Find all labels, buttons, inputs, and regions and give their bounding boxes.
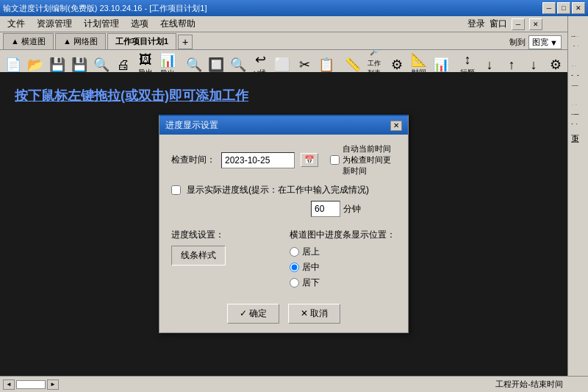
tab-add-button[interactable]: + — [178, 35, 193, 49]
sidebar-subtask[interactable]: 子工作 — [569, 46, 588, 56]
export-img-icon: 🖼 — [139, 51, 152, 68]
tab-gantt[interactable]: ▲ 横道图 — [3, 33, 54, 49]
selectall-icon: ⬜ — [274, 57, 290, 73]
sidebar-image[interactable]: 图片 — [569, 105, 588, 114]
sidebar-edit[interactable]: 修改 — [569, 27, 588, 36]
length-icon: 📏 — [345, 57, 361, 73]
settings-icon: ⚙ — [391, 57, 403, 73]
print-icon: 🖨 — [117, 57, 130, 73]
dialog-columns: 进度线设置： 线条样式 横道图中进度条显示位置： 居上 居中 — [171, 229, 396, 289]
position-bottom-label: 居下 — [302, 277, 320, 289]
scroll-right-btn[interactable]: ► — [47, 379, 59, 390]
saveas-icon: 💾 — [71, 57, 87, 73]
position-middle-radio[interactable] — [290, 263, 299, 272]
title-min-btn[interactable]: ─ — [512, 18, 525, 30]
save-icon: 💾 — [49, 57, 65, 73]
dialog-title-text: 进度显示设置 — [165, 119, 218, 132]
menu-bar: 文件 资源管理 计划管理 选项 在线帮助 登录 窗口 ─ ✕ — [0, 16, 588, 32]
sidebar-note[interactable]: 标注 — [569, 96, 588, 104]
tabs-area: ▲ 横道图 ▲ 网络图 工作项目计划1 + 制到 图宽 ▼ — [0, 32, 588, 50]
window-label[interactable]: 窗口 — [490, 18, 507, 30]
position-label: 横道图中进度条显示位置： — [290, 229, 396, 241]
sidebar-insert[interactable]: 插入 — [569, 57, 588, 65]
roworder-icon: ↕ — [465, 51, 471, 68]
export-xls-icon: 📊 — [159, 52, 176, 68]
menu-file[interactable]: 文件 — [1, 16, 31, 32]
title-close-btn[interactable]: ✕ — [529, 18, 542, 30]
settings2-icon: ⚙ — [550, 57, 562, 73]
interval-input[interactable] — [311, 201, 340, 217]
position-bottom: 居下 — [290, 277, 396, 289]
position-radio-group: 居上 居中 居下 — [290, 246, 396, 289]
dialog-close-button[interactable]: ✕ — [390, 121, 402, 131]
title-bar-buttons: ─ □ ✕ — [542, 2, 585, 14]
timescale-icon: 📐 — [411, 51, 427, 68]
dialog-overlay: 进度显示设置 ✕ 检查时间： 📅 自动当前时间为检查时间更新时间 — [0, 72, 567, 376]
upgrade-icon: ↑ — [509, 57, 515, 73]
position-top-radio[interactable] — [290, 247, 299, 257]
main-area[interactable]: 按下鼠标左键拖拉(或双击)即可添加工作 进度显示设置 ✕ 检查时间： 📅 自动当… — [0, 72, 567, 376]
normal-icon: 🔲 — [208, 57, 224, 73]
check-time-input[interactable] — [221, 152, 295, 168]
auto-time-label: 自动当前时间为检查时间更新时间 — [343, 143, 396, 177]
title-bar-text: 输文进度计划编制(免费版) 23.10.24.16 - [工作项目计划1] — [3, 3, 542, 14]
scroll-track[interactable] — [16, 380, 46, 389]
menu-help[interactable]: 在线帮助 — [154, 16, 201, 32]
sidebar-delete[interactable]: 删除 — [569, 37, 588, 46]
findreplace-icon: 🔎 — [370, 50, 381, 59]
zoomin-icon: 🔍 — [230, 57, 246, 73]
tab-network[interactable]: ▲ 网络图 — [55, 33, 106, 49]
position-col: 横道图中进度条显示位置： 居上 居中 — [290, 229, 396, 289]
view-dropdown[interactable]: 图宽 ▼ — [528, 35, 562, 49]
new-icon: 📄 — [5, 57, 21, 73]
paste-icon: 📋 — [318, 57, 334, 73]
position-middle-label: 居中 — [302, 261, 320, 274]
position-top: 居上 — [290, 246, 396, 258]
line-setting-label: 进度线设置： — [171, 229, 278, 241]
menu-options[interactable]: 选项 — [125, 16, 154, 32]
sidebar-prevpage[interactable]: 上页 — [569, 124, 588, 133]
interval-label: 分钟 — [343, 203, 361, 215]
show-actual-checkbox[interactable] — [171, 185, 181, 195]
tab-project[interactable]: 工作项目计划1 — [107, 33, 176, 49]
maximize-button[interactable]: □ — [557, 2, 570, 14]
downgrade-icon: ↓ — [531, 57, 537, 73]
status-left: ◄ ► — [3, 379, 59, 390]
sidebar-workgroup[interactable]: 工作组 — [569, 76, 588, 85]
dialog-title-bar: 进度显示设置 ✕ — [159, 116, 408, 135]
sidebar-resource[interactable]: 资源 — [569, 86, 588, 95]
status-bar: ◄ ► 工程开始-结束时间 — [0, 376, 588, 392]
check-time-label: 检查时间： — [171, 154, 215, 166]
status-right-text: 工程开始-结束时间 — [495, 379, 563, 388]
show-actual-row: 显示实际进度线(提示：在工作中输入完成情况) — [171, 184, 396, 196]
status-right: 工程开始-结束时间 — [495, 379, 585, 390]
progress-icon: 📊 — [433, 57, 449, 73]
position-middle: 居中 — [290, 261, 396, 274]
sidebar-add[interactable]: 添加 — [569, 18, 588, 26]
position-top-label: 居上 — [302, 246, 320, 258]
menu-resource[interactable]: 资源管理 — [31, 16, 78, 32]
cut-icon: ✂ — [299, 57, 310, 73]
scroll-to-label: 制到 — [509, 37, 526, 48]
minimize-button[interactable]: ─ — [542, 2, 556, 14]
auto-time-row: 自动当前时间为检查时间更新时间 — [330, 143, 396, 177]
zoomout-icon: 🔍 — [186, 57, 202, 73]
position-bottom-radio[interactable] — [290, 278, 299, 288]
login-label[interactable]: 登录 — [467, 18, 485, 30]
preview-icon: 🔍 — [93, 57, 110, 73]
scroll-left-btn[interactable]: ◄ — [3, 379, 15, 390]
confirm-button[interactable]: ✓ 确定 — [227, 304, 279, 324]
right-sidebar: 添加 修改 删除 子工作 插入 分段 工作组 资源 标注 图片 下页 上页 — [567, 16, 588, 392]
line-style-button[interactable]: 线条样式 — [171, 246, 226, 266]
open-icon: 📂 — [27, 57, 43, 73]
check-time-row: 检查时间： 📅 自动当前时间为检查时间更新时间 — [171, 143, 396, 177]
cancel-button[interactable]: ✕ 取消 — [288, 304, 340, 324]
close-button[interactable]: ✕ — [572, 2, 585, 14]
title-bar: 输文进度计划编制(免费版) 23.10.24.16 - [工作项目计划1] ─ … — [0, 0, 588, 16]
auto-time-checkbox[interactable] — [330, 155, 340, 165]
check-time-picker-btn[interactable]: 📅 — [301, 153, 318, 167]
sidebar-split[interactable]: 分段 — [569, 66, 588, 75]
sidebar-nextpage[interactable]: 下页 — [569, 115, 588, 124]
menu-plan[interactable]: 计划管理 — [78, 16, 125, 32]
movedown-icon: ↓ — [487, 57, 493, 73]
